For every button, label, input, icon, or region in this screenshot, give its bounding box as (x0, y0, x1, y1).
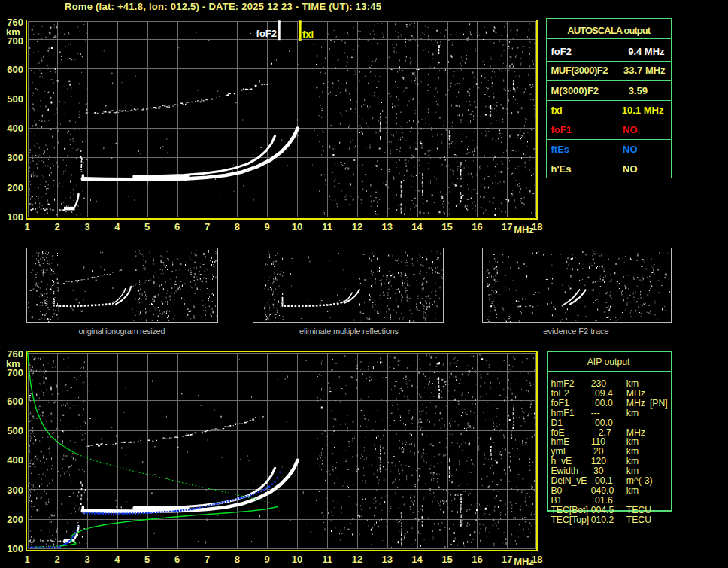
svg-text:m^(-3): m^(-3) (626, 475, 653, 486)
svg-text:foF1: foF1 (551, 124, 572, 135)
svg-text:6: 6 (174, 221, 180, 232)
svg-text:400: 400 (7, 123, 23, 134)
svg-text:200: 200 (7, 182, 23, 193)
svg-text:fxl: fxl (302, 29, 314, 40)
svg-text:foF2: foF2 (256, 28, 277, 39)
svg-text:10: 10 (292, 554, 302, 565)
svg-text:600: 600 (7, 396, 23, 407)
svg-text:110: 110 (591, 436, 606, 447)
svg-text:AUTOSCALA output: AUTOSCALA output (567, 25, 651, 36)
svg-text:2: 2 (54, 221, 59, 232)
svg-text:1: 1 (25, 554, 30, 565)
svg-text:010.2: 010.2 (591, 515, 614, 525)
svg-text:TEC[Bot]: TEC[Bot] (551, 505, 587, 515)
svg-text:B0: B0 (551, 485, 562, 496)
svg-text:5: 5 (144, 554, 150, 565)
svg-text:700: 700 (7, 35, 23, 47)
svg-text:original ionogram resized: original ionogram resized (79, 327, 165, 336)
svg-text:9: 9 (265, 221, 270, 232)
svg-text:DelN_vE: DelN_vE (551, 475, 587, 486)
svg-text:MHz: MHz (514, 556, 534, 567)
svg-text:300: 300 (7, 152, 23, 163)
svg-text:km: km (626, 378, 639, 389)
svg-text:11: 11 (322, 221, 332, 232)
svg-text:14: 14 (411, 221, 423, 232)
svg-text:16: 16 (472, 554, 482, 565)
svg-text:700: 700 (7, 367, 23, 378)
svg-text:10: 10 (292, 221, 302, 232)
svg-text:TECU: TECU (626, 505, 651, 515)
svg-text:049.0: 049.0 (591, 485, 614, 496)
svg-text:hmF2: hmF2 (551, 378, 574, 389)
svg-text:00.0: 00.0 (595, 418, 613, 428)
svg-text:8: 8 (235, 554, 240, 565)
svg-text:500: 500 (7, 425, 23, 436)
svg-text:km: km (626, 436, 639, 447)
svg-text:600: 600 (7, 64, 23, 75)
svg-text:TEC[Top]: TEC[Top] (551, 515, 589, 525)
svg-text:120: 120 (591, 456, 607, 466)
svg-text:h'Es: h'Es (551, 163, 572, 175)
svg-text:230: 230 (591, 378, 607, 389)
svg-text:MHz: MHz (626, 388, 645, 399)
svg-text:M(3000)F2: M(3000)F2 (551, 85, 599, 96)
svg-text:km: km (626, 408, 639, 418)
svg-text:3: 3 (84, 221, 89, 232)
svg-text:MHz: MHz (514, 224, 534, 235)
svg-text:17: 17 (502, 554, 512, 565)
svg-text:01.6: 01.6 (595, 495, 613, 506)
svg-text:NO: NO (623, 124, 638, 135)
svg-text:7: 7 (205, 221, 210, 232)
svg-text:foF2: foF2 (551, 388, 569, 399)
svg-text:NO: NO (623, 144, 638, 155)
svg-text:15: 15 (441, 554, 452, 565)
svg-text:1: 1 (25, 221, 30, 232)
svg-text:fxl: fxl (551, 105, 563, 116)
svg-text:AIP output: AIP output (587, 357, 630, 367)
svg-text:2.7: 2.7 (599, 427, 611, 438)
svg-text:17: 17 (502, 221, 512, 232)
svg-text:9.4 MHz: 9.4 MHz (628, 46, 665, 57)
svg-text:00.0: 00.0 (595, 398, 613, 409)
svg-text:200: 200 (7, 514, 23, 525)
svg-text:8: 8 (235, 221, 240, 232)
svg-text:5: 5 (144, 221, 150, 232)
svg-text:11: 11 (322, 554, 332, 565)
svg-text:h_vE: h_vE (551, 456, 572, 466)
svg-text:3: 3 (84, 554, 89, 565)
svg-text:MUF(3000)F2: MUF(3000)F2 (551, 65, 608, 76)
svg-text:km: km (626, 466, 639, 476)
svg-text:7: 7 (205, 554, 210, 565)
svg-text:MHz: MHz (626, 398, 645, 409)
svg-text:4: 4 (114, 554, 120, 565)
svg-text:TECU: TECU (626, 515, 651, 525)
svg-text:100: 100 (7, 211, 23, 223)
svg-text:12: 12 (352, 221, 362, 232)
svg-text:16: 16 (472, 221, 482, 232)
svg-text:km: km (626, 485, 639, 496)
svg-text:hmE: hmE (551, 436, 569, 447)
svg-text:ftEs: ftEs (551, 144, 570, 155)
svg-text:004.5: 004.5 (591, 505, 614, 515)
svg-text:km: km (626, 456, 639, 466)
svg-text:3.59: 3.59 (629, 85, 648, 96)
svg-text:D1: D1 (551, 418, 563, 428)
svg-text:B1: B1 (551, 495, 562, 506)
svg-text:foF2: foF2 (551, 46, 572, 57)
svg-text:400: 400 (7, 454, 23, 466)
svg-text:foE: foE (551, 427, 564, 438)
svg-text:33.7 MHz: 33.7 MHz (623, 65, 666, 76)
svg-text:MHz: MHz (626, 427, 645, 438)
svg-text:100: 100 (7, 543, 23, 554)
svg-text:12: 12 (352, 554, 362, 565)
svg-text:---: --- (591, 408, 600, 418)
svg-text:15: 15 (441, 221, 452, 232)
svg-text:evidence F2 trace: evidence F2 trace (543, 327, 608, 336)
svg-text:Ewidth: Ewidth (551, 466, 578, 476)
svg-text:hmF1: hmF1 (551, 408, 574, 418)
svg-text:30: 30 (593, 466, 604, 476)
svg-text:2: 2 (54, 554, 59, 565)
svg-text:13: 13 (382, 554, 393, 565)
svg-text:10.1 MHz: 10.1 MHz (622, 105, 664, 116)
svg-text:foF1: foF1 (551, 398, 569, 409)
